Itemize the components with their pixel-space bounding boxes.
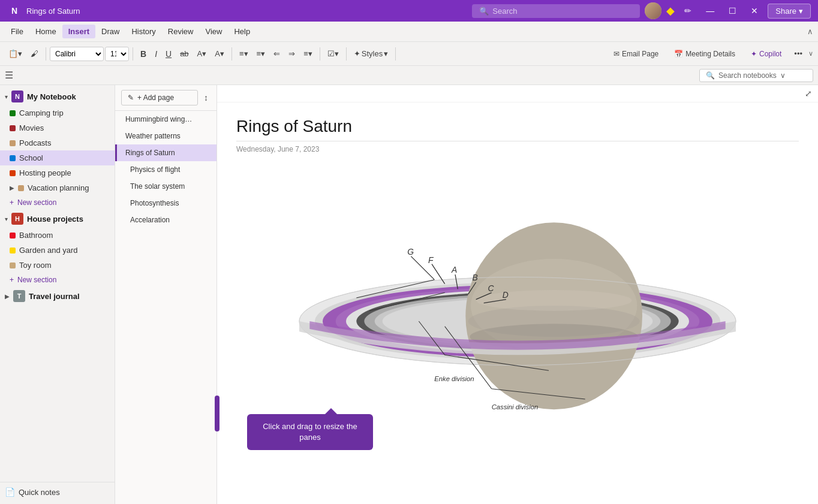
sidebar-item-garden[interactable]: Garden and yard [0, 243, 115, 258]
underline-button[interactable]: U [162, 47, 175, 61]
copilot-button[interactable]: ✦ Copilot [744, 47, 788, 61]
font-size-select[interactable]: 11 [105, 47, 129, 61]
bullets-button[interactable]: ≡▾ [236, 47, 252, 61]
menu-bar: File Home Insert Draw History Review Vie… [0, 22, 818, 42]
sidebar-item-hosting-people[interactable]: Hosting people [0, 165, 115, 180]
svg-text:B: B [473, 273, 478, 282]
sidebar-item-podcasts[interactable]: Podcasts [0, 135, 115, 150]
expand-content-button[interactable]: ⤢ [805, 89, 812, 98]
email-icon: ✉ [614, 50, 619, 58]
page-item-rings-of-saturn[interactable]: Rings of Saturn [115, 144, 216, 161]
resize-handle[interactable] [215, 396, 219, 431]
sort-pages-button[interactable]: ↕ [202, 90, 210, 105]
section-dot-vacation [18, 185, 24, 191]
page-item-photosynthesis[interactable]: Photosynthesis [115, 195, 216, 212]
notebook-my-notebook-header[interactable]: ▾ N My Notebook [0, 87, 115, 105]
bold-button[interactable]: B [137, 47, 150, 61]
section-dot-camping [10, 110, 16, 116]
indent-increase-button[interactable]: ⇒ [285, 47, 299, 61]
window-title: Rings of Saturn [26, 7, 467, 16]
chevron-right-icon-travel: ▶ [5, 293, 10, 300]
notebook-travel-journal: ▶ T Travel journal [0, 287, 115, 305]
search-notebooks[interactable]: 🔍 Search notebooks ∨ [699, 69, 813, 82]
menu-expand-icon[interactable]: ∧ [807, 27, 813, 36]
title-controls: ◆ ✏ — ☐ ✕ Share ▾ [645, 2, 811, 19]
toolbar-collapse-icon[interactable]: ∨ [808, 50, 813, 58]
avatar[interactable] [645, 2, 661, 19]
quick-notes-section[interactable]: 📄 Quick notes [0, 482, 115, 502]
tooltip-arrow [325, 408, 337, 414]
sidebar-item-toy-room[interactable]: Toy room [0, 258, 115, 273]
resize-tooltip: Click and drag to resize the panes [247, 414, 373, 450]
section-dot-school [10, 155, 16, 161]
menu-draw[interactable]: Draw [95, 25, 125, 38]
section-dot-podcasts [10, 140, 16, 146]
font-family-select[interactable]: Calibri [50, 47, 104, 61]
italic-button[interactable]: I [151, 47, 161, 61]
format-painter-button[interactable]: 🖌 [27, 47, 42, 61]
font-color-button[interactable]: A▾ [211, 47, 228, 61]
section-dot-garden [10, 248, 16, 253]
menu-help[interactable]: Help [228, 25, 256, 38]
toolbar-sep-4 [320, 47, 320, 61]
indent-decrease-button[interactable]: ⇐ [270, 47, 284, 61]
menu-home[interactable]: Home [29, 25, 62, 38]
clipboard-button[interactable]: 📋▾ [5, 47, 26, 61]
notebook-icon-house: H [11, 213, 23, 225]
notebook-travel-journal-header[interactable]: ▶ T Travel journal [0, 287, 115, 305]
checkbox-button[interactable]: ☑▾ [324, 47, 342, 61]
chevron-down-icon: ▾ [5, 93, 8, 100]
sidebar-new-section-1[interactable]: + New section [0, 195, 115, 210]
add-page-button[interactable]: ✎ + Add page [121, 90, 198, 105]
notebook-title-house-projects: House projects [27, 215, 83, 224]
email-page-button[interactable]: ✉ Email Page [607, 47, 665, 61]
pages-header: ✎ + Add page ↕ [115, 85, 216, 111]
notebook-house-projects-header[interactable]: ▾ H House projects [0, 210, 115, 228]
notebook-my-notebook: ▾ N My Notebook Camping trip Movies Podc… [0, 87, 115, 210]
close-button[interactable]: ✕ [746, 4, 763, 18]
sidebar-item-camping-trip[interactable]: Camping trip [0, 105, 115, 120]
svg-text:Cassini division: Cassini division [492, 403, 539, 411]
menu-view[interactable]: View [199, 25, 228, 38]
page-item-physics-of-flight[interactable]: Physics of flight [115, 161, 216, 178]
menu-file[interactable]: File [5, 25, 29, 38]
menu-history[interactable]: History [125, 25, 161, 38]
search-dropdown-icon[interactable]: ∨ [780, 71, 786, 80]
more-options-button[interactable]: ••• [790, 47, 806, 61]
strikethrough-button[interactable]: ab [176, 47, 192, 61]
toolbar-sep-1 [46, 47, 46, 61]
sidebar-item-bathroom[interactable]: Bathroom [0, 228, 115, 243]
saturn-diagram-svg: G F A B C D [284, 165, 751, 436]
expand-arrow-icon: ▶ [10, 185, 14, 191]
content-header: ⤢ [217, 85, 818, 102]
sidebar-item-school[interactable]: School [0, 150, 115, 165]
page-item-hummingbird[interactable]: Hummingbird wing… [115, 111, 216, 128]
page-item-accelaration[interactable]: Accelaration [115, 212, 216, 228]
search-icon: 🔍 [479, 7, 489, 16]
highlight-button[interactable]: A▾ [194, 47, 210, 61]
share-button[interactable]: Share ▾ [768, 4, 811, 19]
sidebar: ▾ N My Notebook Camping trip Movies Podc… [0, 85, 115, 504]
sidebar-item-movies[interactable]: Movies [0, 120, 115, 135]
premium-icon[interactable]: ◆ [666, 4, 675, 17]
numbering-button[interactable]: ≡▾ [253, 47, 269, 61]
pen-icon[interactable]: ✏ [679, 4, 696, 18]
svg-text:D: D [503, 290, 509, 300]
minimize-button[interactable]: — [701, 4, 719, 18]
maximize-button[interactable]: ☐ [724, 4, 741, 18]
meeting-details-button[interactable]: 📅 Meeting Details [667, 47, 742, 61]
menu-insert[interactable]: Insert [62, 25, 95, 38]
page-item-solar-system[interactable]: The solar system [115, 178, 216, 195]
alignment-button[interactable]: ≡▾ [300, 47, 316, 61]
notebook-icon-travel: T [13, 290, 25, 302]
styles-button[interactable]: ✦ Styles ▾ [350, 47, 392, 61]
toolbar: 📋▾ 🖌 Calibri 11 B I U ab A▾ A▾ ≡▾ ≡▾ ⇐ ⇒… [0, 42, 818, 66]
title-search-bar[interactable]: 🔍 Search [472, 4, 640, 18]
page-item-weather-patterns[interactable]: Weather patterns [115, 128, 216, 144]
notebook-title-travel-journal: Travel journal [29, 292, 80, 301]
svg-text:Enke division: Enke division [434, 375, 474, 382]
hamburger-icon[interactable]: ☰ [5, 70, 13, 81]
sidebar-item-vacation-planning[interactable]: ▶ Vacation planning [0, 180, 115, 195]
menu-review[interactable]: Review [162, 25, 200, 38]
sidebar-new-section-2[interactable]: + New section [0, 273, 115, 287]
